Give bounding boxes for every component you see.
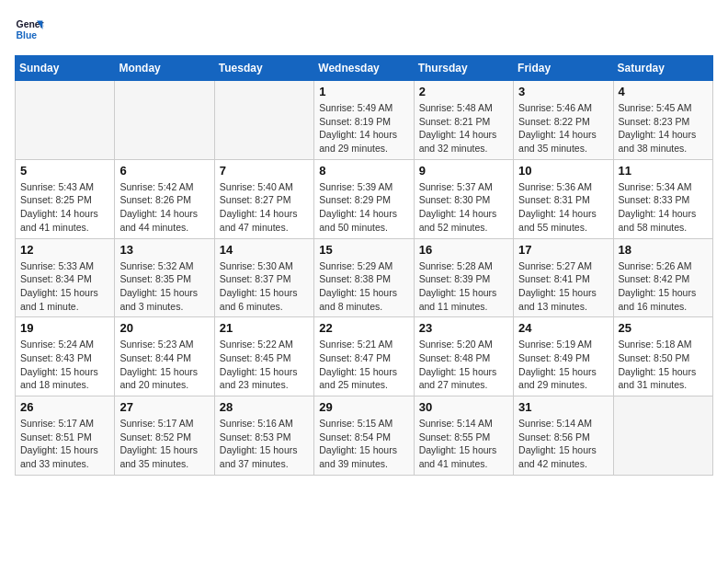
day-info: Sunrise: 5:23 AM Sunset: 8:44 PM Dayligh… <box>119 338 209 392</box>
logo-icon: General Blue <box>15 15 44 44</box>
day-number: 25 <box>619 321 708 335</box>
day-number: 11 <box>619 164 708 178</box>
calendar-cell: 3Sunrise: 5:46 AM Sunset: 8:22 PM Daylig… <box>514 81 613 160</box>
day-info: Sunrise: 5:45 AM Sunset: 8:23 PM Dayligh… <box>619 101 708 155</box>
day-number: 2 <box>419 85 508 98</box>
calendar-cell: 29Sunrise: 5:15 AM Sunset: 8:54 PM Dayli… <box>314 396 414 476</box>
day-number: 21 <box>220 321 309 335</box>
calendar-cell: 12Sunrise: 5:33 AM Sunset: 8:34 PM Dayli… <box>16 238 115 317</box>
calendar-cell: 28Sunrise: 5:16 AM Sunset: 8:53 PM Dayli… <box>214 396 313 476</box>
day-info: Sunrise: 5:17 AM Sunset: 8:52 PM Dayligh… <box>119 417 209 471</box>
day-number: 7 <box>220 164 309 178</box>
day-number: 20 <box>119 321 209 335</box>
calendar-week-row: 19Sunrise: 5:24 AM Sunset: 8:43 PM Dayli… <box>16 317 713 396</box>
calendar-cell: 15Sunrise: 5:29 AM Sunset: 8:38 PM Dayli… <box>314 238 414 317</box>
calendar-cell: 26Sunrise: 5:17 AM Sunset: 8:51 PM Dayli… <box>16 396 115 476</box>
calendar-cell: 23Sunrise: 5:20 AM Sunset: 8:48 PM Dayli… <box>414 317 513 396</box>
day-info: Sunrise: 5:28 AM Sunset: 8:39 PM Dayligh… <box>419 259 508 314</box>
day-number: 24 <box>518 321 608 335</box>
calendar-cell: 9Sunrise: 5:37 AM Sunset: 8:30 PM Daylig… <box>414 159 513 238</box>
calendar-week-row: 5Sunrise: 5:43 AM Sunset: 8:25 PM Daylig… <box>16 159 713 238</box>
calendar-cell: 17Sunrise: 5:27 AM Sunset: 8:41 PM Dayli… <box>514 238 613 317</box>
day-of-week-header: Thursday <box>414 56 513 81</box>
day-number: 19 <box>20 321 109 335</box>
day-number: 9 <box>419 164 508 178</box>
calendar-cell: 27Sunrise: 5:17 AM Sunset: 8:52 PM Dayli… <box>115 396 214 476</box>
day-of-week-header: Sunday <box>16 56 115 81</box>
day-info: Sunrise: 5:15 AM Sunset: 8:54 PM Dayligh… <box>319 417 408 471</box>
day-number: 17 <box>518 243 608 257</box>
day-of-week-header: Tuesday <box>214 56 313 81</box>
day-number: 23 <box>419 321 508 335</box>
day-info: Sunrise: 5:18 AM Sunset: 8:50 PM Dayligh… <box>619 338 708 392</box>
day-info: Sunrise: 5:37 AM Sunset: 8:30 PM Dayligh… <box>419 180 508 235</box>
day-number: 4 <box>619 85 708 98</box>
day-number: 15 <box>319 243 408 257</box>
day-info: Sunrise: 5:42 AM Sunset: 8:26 PM Dayligh… <box>119 180 209 235</box>
day-info: Sunrise: 5:22 AM Sunset: 8:45 PM Dayligh… <box>220 338 309 392</box>
day-info: Sunrise: 5:19 AM Sunset: 8:49 PM Dayligh… <box>518 338 608 392</box>
day-info: Sunrise: 5:17 AM Sunset: 8:51 PM Dayligh… <box>20 417 109 471</box>
calendar-cell: 19Sunrise: 5:24 AM Sunset: 8:43 PM Dayli… <box>16 317 115 396</box>
day-info: Sunrise: 5:26 AM Sunset: 8:42 PM Dayligh… <box>619 259 708 314</box>
calendar-cell: 21Sunrise: 5:22 AM Sunset: 8:45 PM Dayli… <box>214 317 313 396</box>
day-info: Sunrise: 5:34 AM Sunset: 8:33 PM Dayligh… <box>619 180 708 235</box>
calendar-cell: 5Sunrise: 5:43 AM Sunset: 8:25 PM Daylig… <box>16 159 115 238</box>
calendar-table: SundayMondayTuesdayWednesdayThursdayFrid… <box>15 55 713 476</box>
day-number: 22 <box>319 321 408 335</box>
calendar-cell: 14Sunrise: 5:30 AM Sunset: 8:37 PM Dayli… <box>214 238 313 317</box>
day-info: Sunrise: 5:14 AM Sunset: 8:55 PM Dayligh… <box>419 417 508 471</box>
calendar-cell: 31Sunrise: 5:14 AM Sunset: 8:56 PM Dayli… <box>514 396 613 476</box>
day-number: 16 <box>419 243 508 257</box>
day-number: 1 <box>319 85 408 98</box>
day-of-week-header: Saturday <box>613 56 712 81</box>
calendar-cell: 30Sunrise: 5:14 AM Sunset: 8:55 PM Dayli… <box>414 396 513 476</box>
calendar-cell: 1Sunrise: 5:49 AM Sunset: 8:19 PM Daylig… <box>314 81 414 160</box>
calendar-header-row: SundayMondayTuesdayWednesdayThursdayFrid… <box>16 56 713 81</box>
calendar-cell: 13Sunrise: 5:32 AM Sunset: 8:35 PM Dayli… <box>115 238 214 317</box>
calendar-cell: 8Sunrise: 5:39 AM Sunset: 8:29 PM Daylig… <box>314 159 414 238</box>
day-number: 8 <box>319 164 408 178</box>
day-number: 26 <box>20 400 109 414</box>
day-info: Sunrise: 5:20 AM Sunset: 8:48 PM Dayligh… <box>419 338 508 392</box>
day-info: Sunrise: 5:14 AM Sunset: 8:56 PM Dayligh… <box>518 417 608 471</box>
day-number: 29 <box>319 400 408 414</box>
calendar-cell: 22Sunrise: 5:21 AM Sunset: 8:47 PM Dayli… <box>314 317 414 396</box>
day-number: 30 <box>419 400 508 414</box>
logo: General Blue <box>15 15 44 44</box>
day-info: Sunrise: 5:32 AM Sunset: 8:35 PM Dayligh… <box>119 259 209 314</box>
day-info: Sunrise: 5:16 AM Sunset: 8:53 PM Dayligh… <box>220 417 309 471</box>
day-number: 5 <box>20 164 109 178</box>
calendar-cell: 24Sunrise: 5:19 AM Sunset: 8:49 PM Dayli… <box>514 317 613 396</box>
calendar-cell: 16Sunrise: 5:28 AM Sunset: 8:39 PM Dayli… <box>414 238 513 317</box>
day-info: Sunrise: 5:43 AM Sunset: 8:25 PM Dayligh… <box>20 180 109 235</box>
day-number: 14 <box>220 243 309 257</box>
calendar-cell: 6Sunrise: 5:42 AM Sunset: 8:26 PM Daylig… <box>115 159 214 238</box>
day-info: Sunrise: 5:46 AM Sunset: 8:22 PM Dayligh… <box>518 101 608 155</box>
calendar-cell <box>214 81 313 160</box>
day-of-week-header: Friday <box>514 56 613 81</box>
calendar-week-row: 1Sunrise: 5:49 AM Sunset: 8:19 PM Daylig… <box>16 81 713 160</box>
svg-text:Blue: Blue <box>17 30 38 40</box>
calendar-cell: 25Sunrise: 5:18 AM Sunset: 8:50 PM Dayli… <box>613 317 712 396</box>
day-info: Sunrise: 5:39 AM Sunset: 8:29 PM Dayligh… <box>319 180 408 235</box>
day-number: 3 <box>518 85 608 98</box>
day-of-week-header: Monday <box>115 56 214 81</box>
calendar-week-row: 26Sunrise: 5:17 AM Sunset: 8:51 PM Dayli… <box>16 396 713 476</box>
day-number: 27 <box>119 400 209 414</box>
day-info: Sunrise: 5:40 AM Sunset: 8:27 PM Dayligh… <box>220 180 309 235</box>
calendar-cell: 18Sunrise: 5:26 AM Sunset: 8:42 PM Dayli… <box>613 238 712 317</box>
day-info: Sunrise: 5:29 AM Sunset: 8:38 PM Dayligh… <box>319 259 408 314</box>
day-number: 10 <box>518 164 608 178</box>
day-number: 18 <box>619 243 708 257</box>
day-info: Sunrise: 5:48 AM Sunset: 8:21 PM Dayligh… <box>419 101 508 155</box>
day-number: 6 <box>119 164 209 178</box>
day-number: 13 <box>119 243 209 257</box>
day-number: 31 <box>518 400 608 414</box>
day-info: Sunrise: 5:33 AM Sunset: 8:34 PM Dayligh… <box>20 259 109 314</box>
calendar-week-row: 12Sunrise: 5:33 AM Sunset: 8:34 PM Dayli… <box>16 238 713 317</box>
day-info: Sunrise: 5:27 AM Sunset: 8:41 PM Dayligh… <box>518 259 608 314</box>
calendar-cell <box>115 81 214 160</box>
day-info: Sunrise: 5:49 AM Sunset: 8:19 PM Dayligh… <box>319 101 408 155</box>
calendar-cell: 2Sunrise: 5:48 AM Sunset: 8:21 PM Daylig… <box>414 81 513 160</box>
